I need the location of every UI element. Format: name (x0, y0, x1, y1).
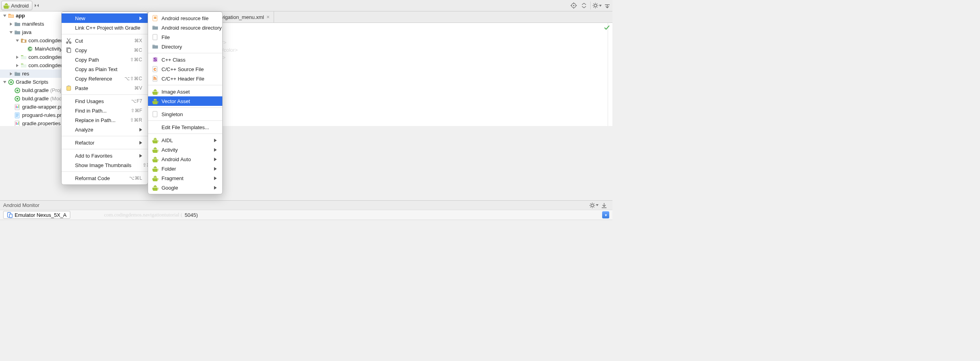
submenu-arrow-icon (214, 158, 217, 161)
ctx-link-c-project-with-gradle[interactable]: Link C++ Project with Gradle (62, 23, 148, 32)
tab-label: navigation_menu.xml (216, 14, 264, 20)
marker-bar[interactable] (608, 23, 612, 126)
menu-item-label: File (161, 34, 217, 40)
ctx-show-image-thumbnails[interactable]: Show Image Thumbnails⇧⌘T (62, 160, 148, 170)
tab-close-button[interactable]: × (267, 14, 270, 20)
new-c-class[interactable]: C++ Class (148, 55, 222, 64)
menu-item-label: Image Asset (161, 89, 217, 95)
menu-item-label: C/C++ Header File (161, 76, 217, 82)
new-fragment[interactable]: Fragment (148, 173, 222, 183)
menu-shortcut: ⇧⌘F (131, 108, 142, 113)
ctx-add-to-favorites[interactable]: Add to Favorites (62, 151, 148, 160)
menu-item-label: Edit File Templates... (161, 124, 217, 130)
ctx-analyze[interactable]: Analyze (62, 125, 148, 134)
new-google[interactable]: Google (148, 183, 222, 192)
new-vector-asset[interactable]: Vector Asset (148, 96, 222, 106)
tree-label: res (22, 71, 29, 77)
menu-item-label: Folder (161, 166, 204, 172)
menu-item-label: Directory (161, 44, 217, 50)
hide-tool-button[interactable] (602, 0, 612, 11)
menu-item-label: Show Image Thumbnails (75, 162, 131, 168)
new-folder[interactable]: Folder (148, 164, 222, 173)
menu-item-label: Activity (161, 147, 204, 153)
submenu-arrow-icon (214, 177, 217, 180)
menu-item-label: Add to Favorites (75, 153, 129, 159)
new-image-asset[interactable]: Image Asset (148, 87, 222, 96)
process-dropdown-button[interactable]: ▾ (602, 211, 609, 218)
new-file[interactable]: File (148, 32, 222, 42)
context-menu[interactable]: NewLink C++ Project with GradleCut⌘XCopy… (61, 11, 148, 185)
menu-item-label: New (75, 15, 129, 21)
ctx-refactor[interactable]: Refactor (62, 138, 148, 147)
view-mode-label: Android (11, 3, 29, 9)
ctx-paste[interactable]: Paste⌘V (62, 83, 148, 93)
ctx-find-in-path[interactable]: Find in Path...⇧⌘F (62, 106, 148, 115)
process-suffix: 5045) (185, 212, 198, 218)
ctx-find-usages[interactable]: Find Usages⌥F7 (62, 96, 148, 106)
menu-item-label: Copy as Plain Text (75, 66, 142, 72)
menu-shortcut: ⌘C (134, 47, 142, 53)
new-android-resource-file[interactable]: Android resource file (148, 13, 222, 23)
submenu-arrow-icon (139, 154, 142, 158)
tree-label: build.gradle (22, 87, 49, 93)
tool-window-label: Android Monitor (3, 202, 39, 208)
menu-shortcut: ⌘X (134, 38, 142, 43)
new-aidl[interactable]: AIDL (148, 135, 222, 145)
devices-icon (7, 212, 13, 218)
menu-item-label: Find Usages (75, 98, 120, 104)
ctx-reformat-code[interactable]: Reformat Code⌥⌘L (62, 173, 148, 183)
menu-item-label: AIDL (161, 137, 204, 143)
new-edit-file-templates[interactable]: Edit File Templates... (148, 122, 222, 132)
tree-label: Gradle Scripts (16, 79, 48, 85)
submenu-arrow-icon (139, 128, 142, 132)
ctx-new[interactable]: New (62, 13, 148, 23)
submenu-arrow-icon (214, 148, 217, 152)
tool-settings-button[interactable] (589, 202, 599, 209)
menu-item-label: Android resource file (161, 15, 217, 21)
menu-shortcut: ⌘V (134, 85, 142, 91)
tree-label: app (16, 13, 25, 19)
new-android-resource-directory[interactable]: Android resource directory (148, 23, 222, 32)
ctx-replace-in-path[interactable]: Replace in Path...⇧⌘R (62, 115, 148, 125)
collapse-all-button[interactable] (579, 0, 589, 11)
view-mode-selector[interactable]: Android (1, 1, 32, 10)
new-submenu[interactable]: Android resource fileAndroid resource di… (148, 11, 223, 194)
submenu-arrow-icon (139, 17, 142, 20)
ctx-cut[interactable]: Cut⌘X (62, 36, 148, 45)
new-directory[interactable]: Directory (148, 42, 222, 51)
tool-hide-button[interactable] (599, 202, 609, 209)
new-singleton[interactable]: Singleton (148, 109, 222, 119)
device-selector[interactable]: Emulator Nexus_5X_A (3, 211, 70, 219)
menu-item-label: Refactor (75, 140, 129, 146)
menu-shortcut: ⇧⌘C (130, 57, 142, 62)
ctx-copy-path[interactable]: Copy Path⇧⌘C (62, 55, 148, 64)
submenu-arrow-icon (214, 186, 217, 190)
tree-label: gradle.properties (22, 120, 61, 126)
tree-label: manifests (22, 21, 44, 27)
menu-item-label: Replace in Path... (75, 117, 119, 123)
new-c-c-header-file[interactable]: C/C++ Header File (148, 74, 222, 83)
menu-item-label: Copy (75, 47, 123, 53)
device-label: Emulator Nexus_5X_A (15, 212, 67, 218)
settings-button[interactable] (592, 0, 602, 11)
new-activity[interactable]: Activity (148, 145, 222, 154)
menu-item-label: Singleton (161, 111, 217, 117)
ctx-copy-as-plain-text[interactable]: Copy as Plain Text (62, 64, 148, 74)
tree-label: java (22, 29, 32, 35)
scroll-from-source-button[interactable] (569, 0, 579, 11)
ctx-copy-reference[interactable]: Copy Reference⌥⇧⌘C (62, 74, 148, 83)
new-android-auto[interactable]: Android Auto (148, 154, 222, 164)
menu-item-label: Find in Path... (75, 108, 120, 114)
new-c-c-source-file[interactable]: C/C++ Source File (148, 64, 222, 74)
editor-right-pane (394, 23, 608, 126)
menu-item-label: Paste (75, 85, 123, 91)
ghost-process-text: com.codingdemos.navigationtutorial ( (104, 212, 182, 218)
ctx-copy[interactable]: Copy⌘C (62, 45, 148, 55)
menu-shortcut: ⌥⌘L (129, 175, 142, 181)
tool-window-header[interactable]: Android Monitor (0, 201, 612, 210)
menu-item-label: Cut (75, 38, 123, 44)
submenu-arrow-icon (139, 141, 142, 145)
project-tool-header: Android (0, 0, 612, 11)
menu-shortcut: ⇧⌘R (130, 117, 142, 123)
nav-arrows[interactable] (34, 0, 44, 11)
